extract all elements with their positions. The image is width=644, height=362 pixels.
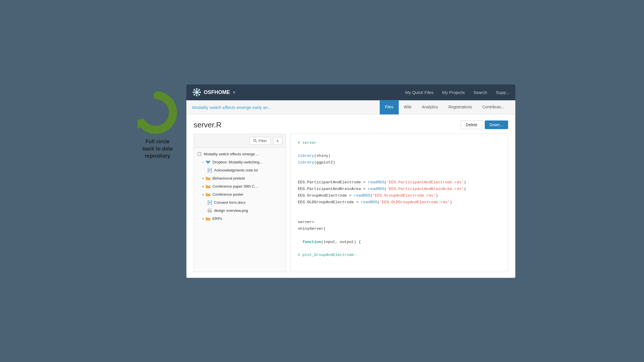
toggle-erps: + [202,217,204,220]
delete-button[interactable]: Delete [461,120,482,129]
subnav-tabs: Files Wiki Analytics Registrations Contr… [380,100,510,114]
tab-analytics[interactable]: Analytics [417,100,443,114]
tree-item-conference-paper-label: Conference paper 39th C... [212,184,283,188]
tree-item-conference-poster[interactable]: + Conference poster [194,191,286,199]
svg-point-10 [194,89,195,90]
tree-item-design-overview[interactable]: design overview.png [194,207,286,215]
osf-logo-icon [192,88,201,97]
tree-item-conference-poster-label: Conference poster [212,192,283,197]
file-actions: Delete Down... [461,120,508,129]
code-panel: # server library(shiny) library(ggplot2)… [290,134,508,272]
tree-item-behavioural-label: Behavioural pretest [212,176,283,180]
file-header: server.R Delete Down... [194,120,508,129]
main-panel: OSFHOME ▼ My Quick Files My Projects Sea… [186,84,515,278]
img-icon-design [207,208,212,213]
svg-point-6 [196,88,197,89]
tree-item-dropbox-label: Dropbox: Modality-switching... [212,160,283,164]
file-title: server.R [194,120,222,129]
brand-label: OSFHOME [204,89,230,95]
svg-point-7 [196,95,197,96]
tab-registrations[interactable]: Registrations [443,100,477,114]
svg-point-14 [254,139,256,142]
doc-icon-consent [207,200,212,205]
tree-item-root[interactable]: Modality switch effects emerge ... [194,150,286,158]
tree-item-root-label: Modality switch effects emerge ... [204,152,283,156]
nav-support[interactable]: Supp... [496,90,510,95]
content-area: server.R Delete Down... Filter ∧ [186,115,515,278]
code-line-1: # server [298,140,501,146]
folder-icon-behavioural [205,176,211,181]
subnav: Modality switch effects emerge early an.… [186,100,515,115]
toggle-dropbox: − [202,161,204,164]
svg-point-13 [194,94,195,95]
tree-item-erps[interactable]: + ERPs [194,215,286,223]
svg-point-11 [199,94,200,95]
tab-contributors[interactable]: Contributo... [477,100,510,114]
tree-item-erps-label: ERPs [212,216,283,221]
tree-item-behavioural[interactable]: + Behavioural pretest [194,174,286,182]
tree-item-consent[interactable]: Consent form.docx [194,199,286,207]
doc-icon-acknowledgments [207,168,212,173]
cube-icon [197,152,202,157]
toggle-conference-paper: + [202,185,204,188]
brand-dropdown-icon[interactable]: ▼ [232,90,236,95]
code-line-18: # plot_GroupAndElectrode: [298,252,501,259]
nav-my-quick-files[interactable]: My Quick Files [405,90,433,95]
svg-rect-30 [208,209,211,212]
file-tree-panel: Filter ∧ Modality switch effects emerge … [194,134,286,272]
logo-svg [134,90,181,136]
code-line-3: library(shiny) [298,153,501,159]
code-line-4: library(ggplot2) [298,159,501,166]
folder-icon-conference-paper [205,184,211,189]
logo-text: Full circle back to data repository [142,138,173,160]
folder-icon-erps [205,216,211,221]
tab-wiki[interactable]: Wiki [399,100,417,114]
filter-button[interactable]: Filter [250,137,271,145]
download-button[interactable]: Down... [485,120,508,129]
tree-item-design-overview-label: design overview.png [214,208,283,213]
svg-rect-16 [198,153,201,156]
file-tree-toolbar: Filter ∧ [194,134,286,148]
search-icon [253,139,257,143]
outer-frame: Full circle back to data repository [120,76,524,286]
navbar-links: My Quick Files My Projects Search Supp..… [405,90,510,95]
code-line-9: EEG.GroupAndElectrode = readRDS('EEG.Gro… [298,193,501,199]
tree-item-dropbox[interactable]: − Dropbox: Modality-switching... [194,158,286,166]
code-line-7: EEG.ParticipantAndElectrode = readRDS('E… [298,179,501,186]
code-line-14: shinyServer( [298,226,501,232]
toggle-behavioural: + [202,177,204,180]
logo-area: Full circle back to data repository [129,84,186,165]
tree-item-consent-label: Consent form.docx [214,200,283,205]
svg-line-15 [256,141,257,142]
tree-item-conference-paper[interactable]: + Conference paper 39th C... [194,182,286,191]
svg-point-8 [193,92,194,93]
svg-point-9 [200,92,201,93]
breadcrumb[interactable]: Modality switch effects emerge early an.… [192,105,380,110]
svg-point-31 [209,210,210,210]
nav-my-projects[interactable]: My Projects [442,90,465,95]
toggle-conference-poster: + [202,193,204,196]
svg-point-12 [199,89,200,90]
nav-search[interactable]: Search [473,90,487,95]
dropbox-icon [205,160,211,165]
tree-item-acknowledgments-label: Acknowledgments note.txt [214,168,283,172]
tab-files[interactable]: Files [380,100,399,114]
two-col-layout: Filter ∧ Modality switch effects emerge … [194,134,508,272]
navbar: OSFHOME ▼ My Quick Files My Projects Sea… [186,84,515,100]
collapse-button[interactable]: ∧ [273,137,282,145]
code-line-8: EEG.ParticipantAndBrainArea = readRDS('E… [298,186,501,193]
code-line-16: function(input, output) { [298,239,501,246]
folder-icon-conference-poster [205,192,211,197]
code-line-13: server= [298,219,501,226]
file-tree-body: Modality switch effects emerge ... − Dro… [194,148,286,272]
navbar-brand: OSFHOME ▼ [192,88,236,97]
code-line-10: EEG.OLDGroupAndElectrode = readRDS('EEG.… [298,199,501,206]
tree-item-acknowledgments[interactable]: Acknowledgments note.txt [194,166,286,174]
